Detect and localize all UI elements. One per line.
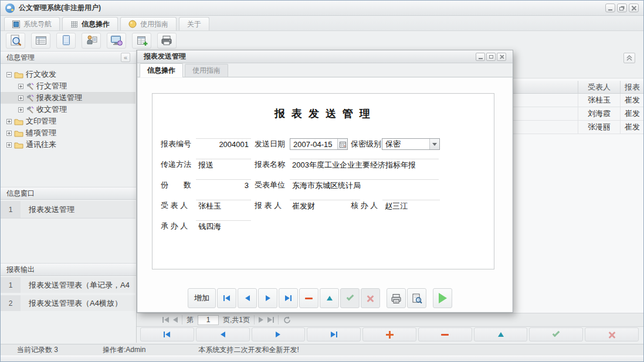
print-button[interactable]	[387, 288, 406, 308]
close-button[interactable]	[629, 4, 639, 12]
dialog-titlebar[interactable]: 报表发送管理	[137, 50, 513, 63]
tree-item-fuxiang-guanli[interactable]: 辅项管理	[1, 127, 135, 139]
tree-item-tongxun-wanglai[interactable]: 通讯往来	[1, 139, 135, 151]
column-header-reporter[interactable]: 报表	[621, 81, 643, 94]
grid-edit-button[interactable]	[474, 327, 528, 341]
verifier-field[interactable]: 赵三江	[382, 200, 440, 211]
report-output-row[interactable]: 1 报表发送管理表（单记录，A4	[1, 277, 135, 293]
data-list-button[interactable]	[31, 33, 50, 49]
report-name-field[interactable]: 2003年度工业企业主要经济指标年报	[290, 159, 439, 170]
tree-item-label: 文印管理	[26, 116, 56, 127]
copies-field[interactable]: 3	[196, 179, 251, 191]
user-report-button[interactable]	[82, 33, 101, 49]
document-icon	[60, 34, 73, 47]
recv-person-field[interactable]: 张桂玉	[196, 200, 251, 211]
minimize-button[interactable]	[605, 4, 615, 12]
collapse-box-icon[interactable]	[6, 72, 12, 77]
refresh-button[interactable]	[283, 316, 292, 325]
method-field[interactable]: 报送	[196, 159, 251, 170]
prev-record-button[interactable]	[238, 288, 257, 308]
menu-tab-user-guide[interactable]: 使用指南	[120, 17, 177, 30]
dialog-close-button[interactable]	[497, 53, 506, 61]
add-button[interactable]: 增加	[188, 288, 216, 308]
dialog-maximize-button[interactable]	[486, 53, 496, 61]
reporter-field[interactable]: 崔发财	[290, 200, 360, 211]
menu-tab-system-nav[interactable]: 系统导航	[4, 17, 60, 30]
tree-item-xingwen-guanli[interactable]: 行文管理	[1, 80, 135, 92]
tree-item-baobiao-fasong[interactable]: 报表发送管理	[1, 92, 135, 104]
info-window-row[interactable]: 1 报表发送管理	[1, 201, 135, 218]
expand-box-icon[interactable]	[6, 131, 12, 136]
expand-box-icon[interactable]	[18, 84, 23, 89]
dialog-tabs: 信息操作 使用指南	[137, 63, 513, 77]
first-record-button[interactable]	[217, 288, 236, 308]
report-no-label: 报表编号	[161, 138, 191, 150]
dialog-minimize-button[interactable]	[476, 53, 485, 61]
collapse-left-button[interactable]: «	[121, 53, 130, 62]
confirm-button[interactable]	[340, 288, 360, 308]
expand-box-icon[interactable]	[18, 107, 23, 112]
run-report-button[interactable]	[433, 288, 452, 308]
tree-item-wenyin-guanli[interactable]: 文印管理	[1, 115, 135, 127]
restore-button[interactable]	[617, 4, 627, 12]
minus-icon	[441, 334, 449, 336]
edit-record-button[interactable]	[320, 288, 339, 308]
next-record-button[interactable]	[258, 288, 277, 308]
operator-text: 操作者:Admin	[103, 345, 145, 355]
collapse-up-button[interactable]	[623, 53, 635, 63]
maximize-icon	[489, 55, 493, 59]
tree-item-shouwen-guanli[interactable]: 收文管理	[1, 104, 135, 115]
cross-icon	[367, 295, 374, 302]
close-icon	[631, 5, 636, 11]
calendar-icon	[340, 141, 346, 148]
info-window-header: 信息窗口	[1, 187, 136, 200]
tree-item-xingwen-shoufa[interactable]: 行文收发	[1, 69, 135, 80]
dialog-tab-user-guide[interactable]: 使用指南	[185, 64, 228, 77]
expand-box-icon[interactable]	[6, 119, 12, 124]
search-document-button[interactable]	[6, 33, 25, 49]
tree-item-label: 行文管理	[36, 81, 67, 91]
print-preview-button[interactable]	[407, 288, 426, 308]
secrecy-select[interactable]: 保密	[382, 138, 440, 150]
send-date-value: 2007-04-15	[290, 139, 337, 149]
handler-field[interactable]: 钱四海	[196, 220, 251, 232]
last-record-button[interactable]	[279, 288, 298, 308]
grid-last-button[interactable]	[307, 327, 361, 341]
first-page-button[interactable]	[162, 317, 169, 323]
info-window-title: 信息窗口	[6, 189, 35, 199]
document-button[interactable]	[56, 33, 76, 49]
grid-add-button[interactable]	[362, 327, 416, 341]
expand-box-icon[interactable]	[6, 142, 12, 148]
delete-record-button[interactable]	[299, 288, 318, 308]
grid-next-button[interactable]	[252, 327, 306, 341]
grid-cancel-button[interactable]	[585, 327, 639, 341]
dropdown-button[interactable]	[429, 139, 439, 149]
app-icon	[5, 4, 15, 13]
report-output-row[interactable]: 2 报表发送管理表（A4横放）	[1, 295, 135, 311]
monitor-button[interactable]	[107, 33, 126, 49]
cell-reporter: 崔发	[621, 121, 643, 134]
report-no-field[interactable]: 2004001	[196, 138, 251, 150]
recv-unit-field[interactable]: 东海市东城区统计局	[290, 179, 439, 191]
printer-button[interactable]	[157, 33, 177, 49]
menu-tab-about[interactable]: 关于	[179, 17, 209, 30]
column-header-receiver[interactable]: 受表人	[578, 81, 621, 94]
info-panel-title: 信息管理	[6, 53, 35, 63]
send-date-picker[interactable]: 2007-04-15	[290, 138, 348, 150]
prev-page-button[interactable]	[173, 317, 178, 323]
grid-confirm-button[interactable]	[529, 327, 583, 341]
table-add-button[interactable]	[132, 33, 151, 49]
next-page-button[interactable]	[259, 317, 263, 323]
grid-first-button[interactable]	[140, 327, 194, 341]
expand-box-icon[interactable]	[18, 95, 23, 101]
grid-prev-button[interactable]	[196, 327, 250, 341]
grid-delete-button[interactable]	[418, 327, 472, 341]
cancel-button[interactable]	[361, 288, 380, 308]
last-page-button[interactable]	[267, 317, 274, 323]
page-number-input[interactable]	[198, 315, 219, 325]
calendar-button[interactable]	[337, 139, 347, 149]
plus-icon	[386, 331, 394, 339]
dialog-tab-info-ops[interactable]: 信息操作	[140, 63, 183, 77]
menu-tab-info-ops[interactable]: 信息操作	[62, 17, 118, 30]
recv-person-label: 受 表 人	[161, 200, 188, 211]
